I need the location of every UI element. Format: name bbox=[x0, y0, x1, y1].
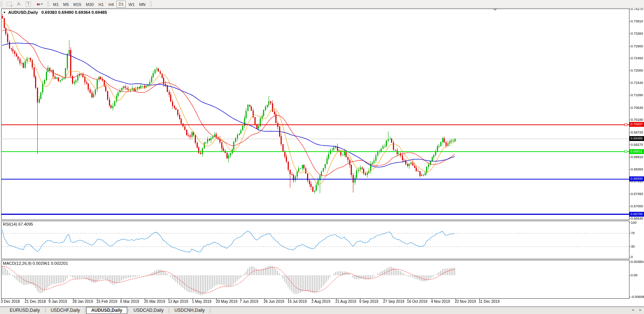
arrow-styles-icon[interactable]: ◆◆ ▼ bbox=[34, 1, 46, 7]
tab-separator bbox=[45, 308, 46, 313]
dropdown-caret-icon: ▼ bbox=[41, 3, 43, 5]
tab-audusd[interactable]: AUDUSD,Daily bbox=[86, 307, 127, 314]
tab-usdcad[interactable]: USDCAD,Daily bbox=[129, 307, 168, 314]
timeframe-button-m1[interactable]: M1 bbox=[51, 1, 60, 7]
timeframe-button-h4[interactable]: H4 bbox=[106, 1, 116, 7]
tab-separator bbox=[169, 308, 169, 313]
arrow-styles-glyph: ◆◆ bbox=[37, 2, 40, 6]
timeframe-button-mn[interactable]: MN bbox=[137, 1, 147, 7]
toolbar-grip[interactable] bbox=[1, 1, 2, 7]
tab-scroll-arrows: ◄ ► bbox=[631, 308, 642, 312]
foreground-chart-icon[interactable]: F bbox=[5, 1, 13, 7]
text-label-glyph: T bbox=[26, 1, 31, 7]
timeframe-button-h1[interactable]: H1 bbox=[96, 1, 106, 7]
toolbar-grip-2[interactable] bbox=[47, 1, 49, 7]
timeframe-buttons: M1M5M15M30H1H4D1W1MN bbox=[51, 1, 148, 7]
text-label-icon[interactable]: T bbox=[24, 1, 32, 7]
tab-scroll-left-icon[interactable]: ◄ bbox=[631, 308, 634, 312]
toolbar-grip-3[interactable] bbox=[150, 1, 151, 7]
chart-canvas[interactable] bbox=[0, 0, 644, 314]
chart-tab-bar: EURUSD,DailyUSDCHF,DailyAUDUSD,DailyUSDC… bbox=[0, 307, 644, 314]
timeframe-button-m30[interactable]: M30 bbox=[84, 1, 96, 7]
tab-separator bbox=[128, 308, 128, 313]
tab-usdcnh[interactable]: USDCNH,Daily bbox=[170, 307, 209, 314]
timeframe-button-d1[interactable]: D1 bbox=[116, 1, 126, 7]
font-a-icon[interactable]: A bbox=[15, 1, 23, 7]
tab-separator bbox=[85, 308, 85, 313]
tab-scroll-right-icon[interactable]: ► bbox=[639, 308, 642, 312]
top-toolbar: F A T ◆◆ ▼ M1M5M15M30H1H4D1W1MN bbox=[0, 0, 644, 8]
tab-usdchf[interactable]: USDCHF,Daily bbox=[46, 307, 85, 314]
timeframe-button-w1[interactable]: W1 bbox=[126, 1, 137, 7]
tab-separator bbox=[210, 308, 210, 313]
timeframe-button-m5[interactable]: M5 bbox=[61, 1, 71, 7]
timeframe-button-m15[interactable]: M15 bbox=[72, 1, 83, 7]
foreground-chart-glyph: F bbox=[7, 2, 12, 6]
tab-eurusd[interactable]: EURUSD,Daily bbox=[5, 307, 44, 314]
